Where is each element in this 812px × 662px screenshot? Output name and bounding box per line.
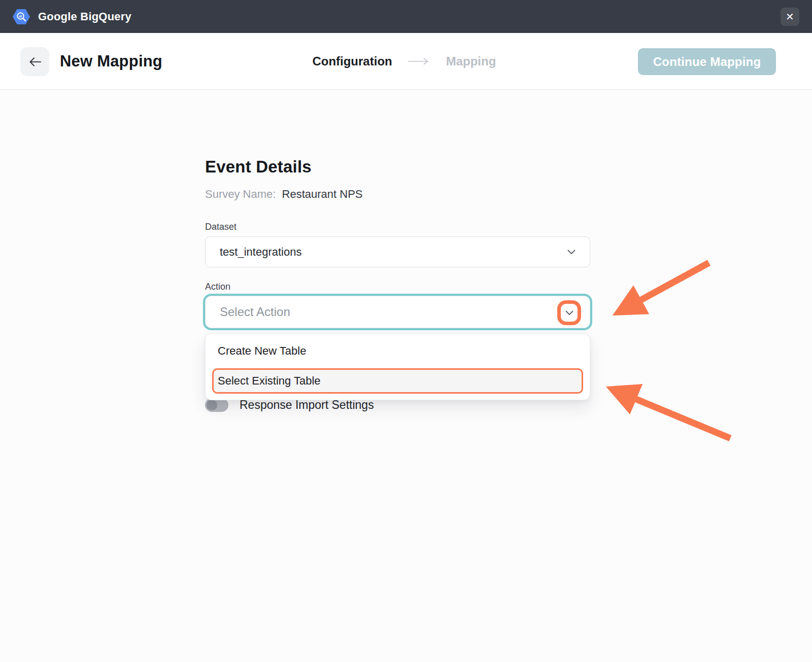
dataset-label: Dataset [205,222,236,232]
page-title: New Mapping [60,33,162,90]
menu-item-select-existing-table[interactable]: Select Existing Table [212,368,583,394]
survey-name-line: Survey Name: Restaurant NPS [205,188,362,201]
bigquery-logo-icon [12,9,30,25]
arrow-left-icon [28,56,42,68]
bigquery-mapping-modal: { "topbar": { "app_title": "Google BigQu… [0,0,812,662]
back-button[interactable] [20,47,49,76]
dataset-selected-value: test_integrations [220,246,301,259]
step-configuration: Configuration [312,54,392,68]
arrow-right-long-icon [408,58,431,65]
app-title: Google BigQuery [38,10,131,23]
survey-name-label: Survey Name: [205,188,276,200]
app-topbar: Google BigQuery ✕ [0,0,812,33]
chevron-down-icon [567,250,576,255]
action-placeholder: Select Action [220,305,290,319]
close-button[interactable]: ✕ [781,8,799,26]
annotation-arrow-to-menu-item [596,375,738,446]
section-title: Event Details [205,157,312,177]
step-indicator: Configuration Mapping [312,33,496,90]
continue-mapping-button[interactable]: Continue Mapping [638,48,776,75]
survey-name-value: Restaurant NPS [282,188,363,200]
action-dropdown-menu: Create New Table Select Existing Table [205,333,590,400]
modal-header: New Mapping Configuration Mapping Contin… [0,33,812,90]
action-select-caret-highlight[interactable] [557,300,581,325]
dataset-select[interactable]: test_integrations [205,236,590,267]
action-select[interactable]: Select Action [205,296,590,328]
menu-item-create-new-table[interactable]: Create New Table [206,334,590,368]
annotation-arrow-to-caret [601,254,718,322]
chevron-down-icon [565,310,573,316]
close-icon: ✕ [786,8,794,26]
action-label: Action [205,282,230,292]
step-mapping: Mapping [446,54,496,68]
toggle-knob [207,400,217,410]
